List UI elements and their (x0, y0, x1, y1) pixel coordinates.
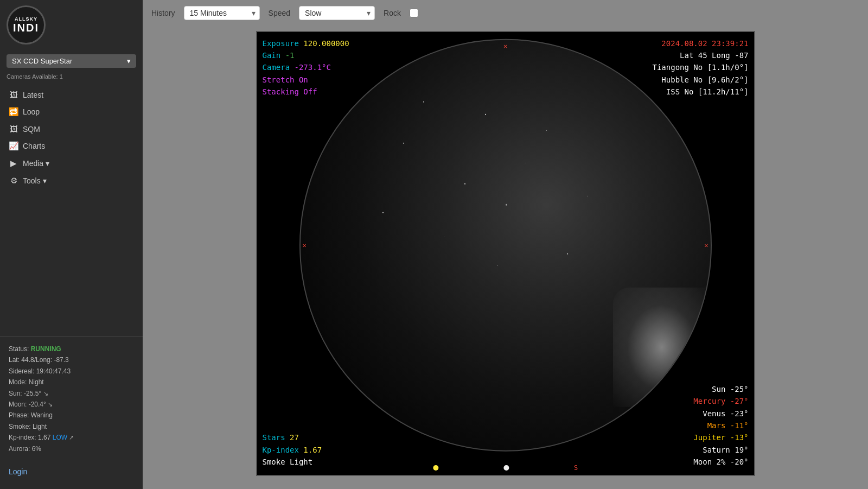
sidebar-item-media-label: Media ▾ (23, 159, 49, 168)
sidebar-item-loop-label: Loop (23, 107, 40, 116)
smoke-full: Smoke (263, 458, 290, 466)
cardinal-n: ✕ (503, 42, 507, 49)
tools-icon: ⚙ (9, 176, 18, 186)
cardinal-e: ✕ (303, 241, 307, 249)
sun-arrow: ↘ (43, 390, 48, 397)
sidereal: Sidereal: 19:40:47.43 (9, 366, 134, 377)
kp-level: LOW (53, 434, 67, 441)
sidebar-item-tools-label: Tools ▾ (23, 176, 47, 185)
sidebar: ALLSKY INDI SX CCD SuperStar ▾ Cameras A… (0, 0, 143, 489)
sun-status: Sun: -25.5° ↘ (9, 388, 134, 399)
sidebar-item-charts-label: Charts (23, 142, 45, 150)
exposure-line: Exposure 120.000000 (263, 37, 349, 49)
gain-label: Gain (263, 51, 285, 60)
mode: Mode: Night (9, 377, 134, 388)
stars-label: Stars (263, 433, 290, 442)
logo: ALLSKY INDI (7, 5, 46, 45)
allsky-image: ✕ ✕ ✕ Exposure 120.000000 Gain -1 C (256, 31, 755, 476)
time-select[interactable]: 15 Minutes 30 Minutes 1 Hour 2 Hours 4 H… (184, 6, 260, 20)
overlay-top-right: 2024.08.02 23:39:21 Lat 45 Long -87 Tian… (652, 37, 748, 98)
speed-select[interactable]: Slow Medium Fast (299, 6, 375, 20)
media-icon: ▶ (9, 158, 18, 168)
speed-select-wrapper: Slow Medium Fast (299, 6, 375, 20)
status-label: Status: (9, 345, 29, 353)
stacking-line: Stacking Off (263, 86, 349, 98)
sidebar-item-sqm[interactable]: 🖼 SQM (0, 120, 143, 137)
aurora-status: Aurora: 6% (9, 443, 134, 454)
speed-label: Speed (269, 9, 290, 17)
logo-allsky-text: ALLSKY (15, 16, 37, 22)
marker-s: S (574, 464, 578, 472)
moon-arrow: ↘ (48, 401, 53, 408)
cameras-available-text: Cameras Available: 1 (7, 73, 136, 80)
latest-icon: 🖼 (9, 90, 18, 99)
tiangong: Tiangong No [1.1h/0°] (652, 61, 748, 73)
camera-selector-chevron: ▾ (127, 57, 131, 65)
smoke-status: Smoke: Light (9, 421, 134, 432)
sidebar-item-latest[interactable]: 🖼 Latest (0, 86, 143, 103)
mercury-br: Mercury -27° (693, 395, 748, 407)
camera-label: Camera (263, 63, 295, 72)
sqm-icon: 🖼 (9, 124, 18, 134)
marker-dot-yellow (433, 465, 438, 471)
smoke-line: Smoke Light (263, 456, 322, 468)
saturn-br: Saturn 19° (693, 444, 748, 456)
overlay-top-left: Exposure 120.000000 Gain -1 Camera -273.… (263, 37, 349, 98)
mars-br: Mars -11° (693, 420, 748, 431)
stars-line: Stars 27 (263, 431, 322, 443)
sun-br: Sun -25° (693, 383, 748, 395)
history-label: History (151, 9, 175, 17)
time-select-wrapper: 15 Minutes 30 Minutes 1 Hour 2 Hours 4 H… (184, 6, 260, 20)
login-link[interactable]: Login (0, 461, 143, 478)
location: Lat 45 Long -87 (652, 49, 748, 61)
camera-value: -273.1°C (295, 63, 331, 72)
image-container: ✕ ✕ ✕ Exposure 120.000000 Gain -1 C (143, 26, 868, 489)
logo-indi-text: INDI (13, 22, 39, 34)
exposure-value: 120.000000 (303, 39, 349, 48)
camera-selector-label: SX CCD SuperStar (12, 57, 72, 65)
sidebar-item-loop[interactable]: 🔁 Loop (0, 103, 143, 120)
moon-br: Moon 2% -20° (693, 456, 748, 468)
kp-ol-value: 1.67 (303, 446, 322, 454)
sidebar-item-sqm-label: SQM (23, 125, 40, 134)
status-value: RUNNING (31, 345, 61, 353)
jupiter-br: Jupiter -13° (693, 431, 748, 443)
camera-selector-button[interactable]: SX CCD SuperStar ▾ (7, 54, 136, 68)
logo-area: ALLSKY INDI (0, 0, 143, 50)
charts-icon: 📈 (9, 141, 18, 151)
sidebar-item-tools[interactable]: ⚙ Tools ▾ (0, 172, 143, 189)
camera-temp-line: Camera -273.1°C (263, 61, 349, 73)
sidebar-item-charts[interactable]: 📈 Charts (0, 137, 143, 155)
overlay-bottom-right: Sun -25° Mercury -27° Venus -23° Mars -1… (693, 383, 748, 468)
kp-status: Kp-index: 1.67 LOW ↗ (9, 432, 134, 443)
nav-menu: 🖼 Latest 🔁 Loop 🖼 SQM 📈 Charts ▶ Media ▾… (0, 84, 143, 192)
moon-status: Moon: -20.4° ↘ (9, 399, 134, 410)
stretch-full: Stretch On (263, 75, 308, 84)
overlay-bottom-left: Stars 27 Kp-index 1.67 Smoke Light (263, 431, 322, 468)
bottom-markers: S (433, 464, 578, 472)
kp-line: Kp-index 1.67 (263, 444, 322, 456)
status-line: Status: RUNNING (9, 344, 134, 354)
exposure-label: Exposure (263, 39, 304, 48)
main-content: History 15 Minutes 30 Minutes 1 Hour 2 H… (143, 0, 868, 489)
phase-status: Phase: Waning (9, 410, 134, 421)
sidebar-item-media[interactable]: ▶ Media ▾ (0, 155, 143, 172)
datetime: 2024.08.02 23:39:21 (652, 37, 748, 49)
stretch-line: Stretch On (263, 74, 349, 86)
gain-line: Gain -1 (263, 49, 349, 61)
toolbar: History 15 Minutes 30 Minutes 1 Hour 2 H… (143, 0, 868, 26)
kp-label: Kp-index (263, 446, 304, 454)
loop-icon: 🔁 (9, 107, 18, 117)
status-section: Status: RUNNING Lat: 44.8/Long: -87.3 Si… (0, 336, 143, 461)
stars-value: 27 (290, 433, 299, 442)
hubble: Hubble No [9.6h/2°] (652, 74, 748, 86)
kp-arrow: ↗ (69, 434, 74, 441)
sidebar-item-latest-label: Latest (23, 91, 43, 99)
smoke-value: Light (290, 458, 312, 466)
fisheye-circle: ✕ ✕ ✕ (299, 39, 712, 451)
rock-label: Rock (384, 9, 401, 17)
gain-value: -1 (285, 51, 295, 60)
sky-canvas: ✕ ✕ ✕ Exposure 120.000000 Gain -1 C (257, 32, 754, 475)
marker-dot-white (503, 465, 509, 471)
rock-checkbox[interactable] (410, 9, 418, 17)
